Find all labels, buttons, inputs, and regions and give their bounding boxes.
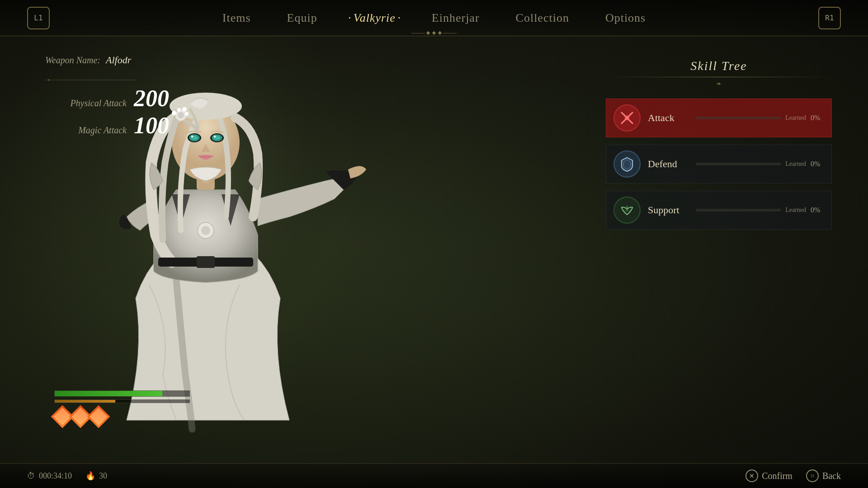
skill-support[interactable]: Support Learned 0%: [606, 191, 832, 230]
svg-rect-23: [197, 256, 215, 268]
footer-timer: ⏱ 000:34:10: [27, 471, 72, 481]
gem-3: [87, 405, 110, 428]
tab-collection[interactable]: Collection: [516, 11, 569, 25]
svg-point-1: [48, 79, 50, 81]
attack-bar-area: Learned 0%: [696, 114, 824, 122]
svg-point-11: [177, 108, 181, 112]
currency-icon: 🔥: [85, 471, 95, 481]
navigation-tabs: Items Equip Valkyrie Einherjar Collectio…: [50, 11, 818, 25]
weapon-info: Weapon Name: Alfodr Physical Attack 200 …: [45, 54, 169, 141]
tab-items[interactable]: Items: [222, 11, 251, 25]
attack-icon: [613, 104, 641, 131]
gem-indicators: [54, 408, 190, 425]
tab-valkyrie[interactable]: Valkyrie: [354, 11, 396, 25]
support-percent: 0%: [811, 206, 824, 214]
weapon-name-value: Alfodr: [106, 54, 131, 66]
support-bar-area: Learned 0%: [696, 206, 824, 214]
svg-point-17: [191, 136, 193, 138]
weapon-name-label: Weapon Name:: [45, 55, 100, 66]
health-bar-container: [54, 390, 190, 397]
physical-attack-label: Physical Attack: [45, 98, 127, 108]
attack-learned-label: Learned: [785, 114, 806, 122]
attack-percent: 0%: [811, 114, 824, 122]
confirm-button[interactable]: ✕ Confirm: [745, 469, 793, 482]
tab-einherjar[interactable]: Einherjar: [432, 11, 480, 25]
skill-tree-decoration: ❧: [606, 80, 832, 88]
svg-point-4: [201, 226, 210, 235]
skill-defend[interactable]: Defend Learned 0%: [606, 145, 832, 183]
physical-attack-value: 200: [134, 87, 169, 110]
footer-currency: 🔥 30: [85, 471, 107, 481]
svg-point-9: [178, 112, 184, 118]
exp-bar-fill: [55, 400, 115, 403]
defend-skill-name: Defend: [648, 158, 689, 170]
health-bar-background: [54, 390, 190, 397]
attack-skill-name: Attack: [648, 112, 689, 124]
attack-bar-bg: [696, 117, 781, 119]
confirm-label: Confirm: [762, 471, 793, 481]
magic-attack-value: 100: [134, 114, 169, 137]
exp-bar-container: [54, 399, 190, 403]
timer-value: 000:34:10: [39, 471, 72, 481]
skill-tree-panel: Skill Tree ❧ Attack Learned 0%: [606, 59, 832, 237]
magic-attack-label: Magic Attack: [45, 125, 127, 136]
timer-icon: ⏱: [27, 471, 35, 481]
currency-value: 30: [99, 471, 107, 481]
skill-attack[interactable]: Attack Learned 0%: [606, 99, 832, 137]
support-bar-bg: [696, 209, 781, 211]
defend-bar-bg: [696, 163, 781, 165]
svg-point-13: [185, 112, 189, 116]
tab-equip[interactable]: Equip: [287, 11, 317, 25]
status-bars: [54, 390, 190, 425]
defend-bar-area: Learned 0%: [696, 160, 824, 168]
health-bar-fill: [55, 391, 162, 396]
svg-point-12: [182, 107, 187, 112]
skill-tree-divider: [606, 77, 832, 77]
support-skill-name: Support: [648, 204, 689, 216]
circle-button-icon: ○: [806, 469, 819, 482]
svg-point-10: [172, 111, 176, 115]
back-button[interactable]: ○ Back: [806, 469, 841, 482]
weapon-divider: [45, 79, 136, 81]
back-label: Back: [822, 471, 841, 481]
defend-icon: [613, 150, 641, 178]
x-button-icon: ✕: [745, 469, 758, 482]
skill-tree-title: Skill Tree: [606, 59, 832, 73]
footer: ⏱ 000:34:10 🔥 30 ✕ Confirm ○ Back: [0, 463, 868, 488]
tab-options[interactable]: Options: [605, 11, 646, 25]
tab-decoration: [411, 32, 457, 34]
l1-button[interactable]: L1: [27, 7, 50, 29]
defend-learned-label: Learned: [785, 160, 806, 168]
r1-button[interactable]: R1: [818, 7, 841, 29]
exp-bar-background: [54, 399, 190, 403]
defend-percent: 0%: [811, 160, 824, 168]
svg-point-21: [214, 136, 216, 138]
footer-left: ⏱ 000:34:10 🔥 30: [27, 471, 107, 481]
support-learned-label: Learned: [785, 206, 806, 214]
support-icon: [613, 197, 641, 224]
footer-right: ✕ Confirm ○ Back: [745, 469, 841, 482]
